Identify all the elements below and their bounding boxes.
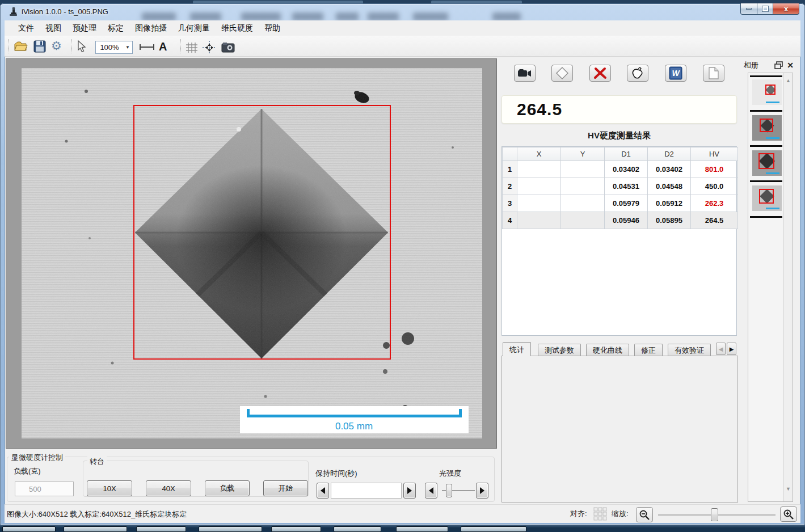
start-button[interactable]: 开始 xyxy=(263,480,308,496)
table-row-selected[interactable]: 4 0.05946 0.05895 264.5 xyxy=(503,212,738,229)
magnifier-plus-icon xyxy=(783,509,794,520)
clear-all-button[interactable] xyxy=(627,65,648,82)
scroll-up-icon[interactable]: ▲ xyxy=(786,78,791,83)
album-scrollbar[interactable]: ▲ ▼ xyxy=(783,73,793,501)
snapshot-button[interactable] xyxy=(221,41,235,53)
camera-icon xyxy=(221,41,235,53)
zoom-in-button[interactable] xyxy=(780,506,797,522)
tab-test-params[interactable]: 测试参数 xyxy=(538,344,581,356)
taskbar-button[interactable] xyxy=(64,526,127,532)
taskbar-button[interactable] xyxy=(334,526,381,532)
delete-result-button[interactable] xyxy=(589,65,611,82)
row-index: 4 xyxy=(503,212,517,229)
export-word-button[interactable]: W xyxy=(665,65,686,82)
close-button[interactable]: x xyxy=(773,3,799,15)
album-thumbnail-3[interactable] xyxy=(752,150,782,176)
table-row[interactable]: 3 0.05979 0.05912 262.3 xyxy=(503,195,738,212)
scalebar-label: 0.05 mm xyxy=(335,421,373,432)
taskbar-button[interactable] xyxy=(2,526,56,532)
col-d2[interactable]: D2 xyxy=(648,147,691,161)
zoom-out-button[interactable] xyxy=(636,507,653,522)
minimize-button[interactable] xyxy=(740,3,757,15)
taskbar-button[interactable] xyxy=(271,526,321,532)
results-table[interactable]: X Y D1 D2 HV 1 0.03402 0.03402 801.0 2 0… xyxy=(501,146,737,336)
current-hv-display: 264.5 xyxy=(501,95,737,124)
new-report-button[interactable] xyxy=(703,65,724,82)
microscope-image[interactable]: 0.05 mm xyxy=(22,68,482,438)
menu-geometry[interactable]: 几何测量 xyxy=(172,22,216,35)
live-video-button[interactable] xyxy=(514,65,536,82)
col-d1[interactable]: D1 xyxy=(605,147,648,161)
open-file-button[interactable] xyxy=(14,40,28,53)
menu-help[interactable]: 帮助 xyxy=(259,22,286,35)
cell-d1: 0.04531 xyxy=(605,178,648,195)
menu-preprocess[interactable]: 预处理 xyxy=(67,22,102,35)
chevron-down-icon[interactable]: ▼ xyxy=(123,45,132,50)
crosshair-move-icon xyxy=(202,40,217,55)
row-index: 2 xyxy=(503,178,517,195)
save-button[interactable] xyxy=(33,40,47,53)
light-increase-button[interactable] xyxy=(476,483,488,499)
maximize-button[interactable] xyxy=(757,3,773,15)
tab-hardening-curve[interactable]: 硬化曲线 xyxy=(586,344,629,356)
menu-vickers[interactable]: 维氏硬度 xyxy=(216,22,259,35)
turret-40x-button[interactable]: 40X xyxy=(146,480,191,496)
menu-file[interactable]: 文件 xyxy=(12,22,40,35)
minimize-icon xyxy=(746,8,752,10)
align-grid-icon[interactable] xyxy=(593,507,607,521)
image-viewer[interactable]: 0.05 mm xyxy=(6,58,497,449)
tab-correction[interactable]: 修正 xyxy=(634,344,663,356)
grid-tool-button[interactable] xyxy=(185,41,199,54)
stage-center-button[interactable] xyxy=(202,40,217,55)
taskbar-button[interactable] xyxy=(461,526,526,532)
float-panel-icon[interactable] xyxy=(774,61,783,69)
taskbar-button[interactable] xyxy=(396,526,448,532)
dwell-decrease-button[interactable] xyxy=(317,483,329,499)
taskbar-button[interactable] xyxy=(199,526,262,532)
turret-load-button[interactable]: 负载 xyxy=(205,480,250,496)
album-list[interactable]: ▲ ▼ xyxy=(748,73,793,502)
measure-tool-button[interactable] xyxy=(138,43,155,51)
taskbar-button[interactable] xyxy=(136,526,186,532)
menu-calibration[interactable]: 标定 xyxy=(102,22,129,35)
measure-indent-button[interactable] xyxy=(551,65,573,82)
zoom-slider-thumb[interactable] xyxy=(711,508,718,521)
background-window-blur xyxy=(190,12,221,21)
select-tool-button[interactable] xyxy=(76,40,88,53)
background-window-blur xyxy=(142,12,176,21)
zoom-combo[interactable]: 100% ▼ xyxy=(95,41,133,54)
cell-d2: 0.05912 xyxy=(648,195,691,212)
table-row[interactable]: 2 0.04531 0.04548 450.0 xyxy=(503,178,738,195)
settings-button[interactable]: ⚙ xyxy=(51,39,62,53)
album-thumbnail-4[interactable] xyxy=(752,185,782,211)
load-field[interactable] xyxy=(15,482,74,496)
cell-d1: 0.05979 xyxy=(605,195,648,212)
status-info: 图像大小:640X512 载入标定:640X512_维氏标定块标定 xyxy=(7,509,187,520)
tab-statistics[interactable]: 统计 xyxy=(503,342,531,356)
background-window-blur xyxy=(492,12,521,21)
row-index: 3 xyxy=(503,195,517,212)
tab-scroll-right[interactable]: ▶ xyxy=(727,343,736,355)
menu-capture[interactable]: 图像拍摄 xyxy=(129,22,172,35)
dwell-time-field[interactable] xyxy=(331,483,402,499)
album-thumbnail-2[interactable] xyxy=(752,115,782,141)
col-hv[interactable]: HV xyxy=(691,147,738,161)
hand-icon xyxy=(630,66,645,80)
col-x[interactable]: X xyxy=(517,147,561,161)
tab-scroll-left[interactable]: ◀ xyxy=(716,343,726,355)
table-row[interactable]: 1 0.03402 0.03402 801.0 xyxy=(503,161,738,178)
dwell-increase-button[interactable] xyxy=(403,483,416,499)
close-panel-icon[interactable]: ✕ xyxy=(787,61,794,70)
thumb-rect xyxy=(765,85,776,95)
light-decrease-button[interactable] xyxy=(425,483,437,499)
text-tool-button[interactable]: A xyxy=(159,40,167,53)
gear-icon: ⚙ xyxy=(51,39,62,53)
menu-view[interactable]: 视图 xyxy=(40,22,67,35)
album-thumbnail-1[interactable] xyxy=(752,79,782,105)
col-y[interactable]: Y xyxy=(561,147,605,161)
turret-10x-button[interactable]: 10X xyxy=(87,480,132,496)
delete-x-icon xyxy=(593,67,607,79)
scroll-down-icon[interactable]: ▼ xyxy=(786,486,791,492)
light-slider-thumb[interactable] xyxy=(446,484,452,497)
tab-validation[interactable]: 有效验证 xyxy=(668,344,711,356)
